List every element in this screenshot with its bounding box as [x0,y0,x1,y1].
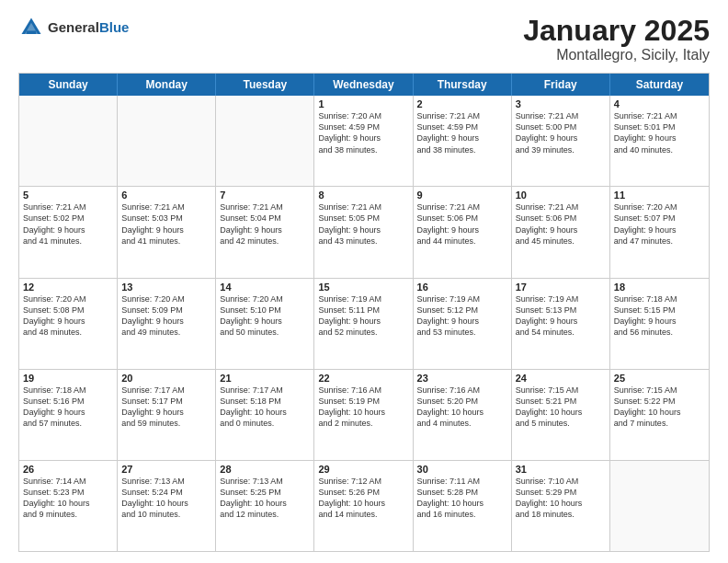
day-info: Sunrise: 7:16 AM Sunset: 5:20 PM Dayligh… [417,385,507,430]
day-number: 15 [318,282,408,293]
logo-icon [18,15,44,40]
day-cell [216,96,314,186]
calendar-body: 1Sunrise: 7:20 AM Sunset: 4:59 PM Daylig… [19,96,709,551]
day-cell: 7Sunrise: 7:21 AM Sunset: 5:04 PM Daylig… [216,187,314,277]
day-cell: 6Sunrise: 7:21 AM Sunset: 5:03 PM Daylig… [118,187,216,277]
day-info: Sunrise: 7:16 AM Sunset: 5:19 PM Dayligh… [318,385,408,430]
day-number: 10 [516,190,606,201]
day-headers: SundayMondayTuesdayWednesdayThursdayFrid… [19,74,709,96]
day-number: 6 [121,190,211,201]
day-number: 16 [417,282,507,293]
day-header-thursday: Thursday [414,74,512,96]
day-cell: 2Sunrise: 7:21 AM Sunset: 4:59 PM Daylig… [414,96,512,186]
day-info: Sunrise: 7:15 AM Sunset: 5:22 PM Dayligh… [614,385,705,430]
day-cell [610,461,709,551]
day-number: 12 [23,282,113,293]
day-info: Sunrise: 7:10 AM Sunset: 5:29 PM Dayligh… [516,476,606,521]
day-cell: 21Sunrise: 7:17 AM Sunset: 5:18 PM Dayli… [216,370,314,460]
day-cell: 19Sunrise: 7:18 AM Sunset: 5:16 PM Dayli… [19,370,118,460]
day-cell [19,96,118,186]
day-number: 9 [417,190,507,201]
calendar: SundayMondayTuesdayWednesdayThursdayFrid… [18,73,710,552]
day-number: 14 [220,282,310,293]
day-number: 29 [318,464,408,475]
day-cell: 4Sunrise: 7:21 AM Sunset: 5:01 PM Daylig… [610,96,709,186]
day-number: 13 [121,282,211,293]
week-row-3: 12Sunrise: 7:20 AM Sunset: 5:08 PM Dayli… [19,279,709,370]
day-number: 2 [417,98,507,109]
day-number: 7 [220,190,310,201]
day-cell: 12Sunrise: 7:20 AM Sunset: 5:08 PM Dayli… [19,279,118,369]
day-cell: 8Sunrise: 7:21 AM Sunset: 5:05 PM Daylig… [314,187,413,277]
day-cell: 13Sunrise: 7:20 AM Sunset: 5:09 PM Dayli… [118,279,216,369]
day-info: Sunrise: 7:18 AM Sunset: 5:15 PM Dayligh… [614,293,705,339]
day-info: Sunrise: 7:20 AM Sunset: 5:07 PM Dayligh… [614,201,705,247]
day-cell: 22Sunrise: 7:16 AM Sunset: 5:19 PM Dayli… [314,370,413,460]
day-number: 31 [516,464,606,475]
day-number: 20 [121,373,211,384]
day-info: Sunrise: 7:17 AM Sunset: 5:17 PM Dayligh… [121,385,211,430]
day-header-friday: Friday [512,74,610,96]
day-number: 27 [121,464,211,475]
day-header-monday: Monday [118,74,216,96]
week-row-4: 19Sunrise: 7:18 AM Sunset: 5:16 PM Dayli… [19,370,709,461]
day-info: Sunrise: 7:18 AM Sunset: 5:16 PM Dayligh… [23,385,113,430]
day-info: Sunrise: 7:19 AM Sunset: 5:12 PM Dayligh… [417,293,507,339]
day-cell: 15Sunrise: 7:19 AM Sunset: 5:11 PM Dayli… [314,279,413,369]
day-number: 23 [417,373,507,384]
day-info: Sunrise: 7:20 AM Sunset: 5:08 PM Dayligh… [23,293,113,339]
day-info: Sunrise: 7:13 AM Sunset: 5:25 PM Dayligh… [220,476,310,521]
day-info: Sunrise: 7:21 AM Sunset: 5:03 PM Dayligh… [121,201,211,247]
day-cell: 5Sunrise: 7:21 AM Sunset: 5:02 PM Daylig… [19,187,118,277]
day-cell: 3Sunrise: 7:21 AM Sunset: 5:00 PM Daylig… [512,96,610,186]
day-header-tuesday: Tuesday [216,74,314,96]
day-header-sunday: Sunday [19,74,118,96]
day-info: Sunrise: 7:15 AM Sunset: 5:21 PM Dayligh… [516,385,606,430]
svg-rect-2 [27,31,37,35]
day-cell: 29Sunrise: 7:12 AM Sunset: 5:26 PM Dayli… [314,461,413,551]
day-info: Sunrise: 7:19 AM Sunset: 5:11 PM Dayligh… [318,293,408,339]
day-cell: 9Sunrise: 7:21 AM Sunset: 5:06 PM Daylig… [414,187,512,277]
day-number: 8 [318,190,408,201]
day-number: 22 [318,373,408,384]
day-cell: 24Sunrise: 7:15 AM Sunset: 5:21 PM Dayli… [512,370,610,460]
day-info: Sunrise: 7:17 AM Sunset: 5:18 PM Dayligh… [220,385,310,430]
day-number: 5 [23,190,113,201]
day-info: Sunrise: 7:19 AM Sunset: 5:13 PM Dayligh… [516,293,606,339]
day-cell: 17Sunrise: 7:19 AM Sunset: 5:13 PM Dayli… [512,279,610,369]
day-number: 11 [614,190,705,201]
day-cell: 10Sunrise: 7:21 AM Sunset: 5:06 PM Dayli… [512,187,610,277]
day-number: 25 [614,373,705,384]
day-cell: 30Sunrise: 7:11 AM Sunset: 5:28 PM Dayli… [414,461,512,551]
day-cell: 25Sunrise: 7:15 AM Sunset: 5:22 PM Dayli… [610,370,709,460]
day-info: Sunrise: 7:21 AM Sunset: 4:59 PM Dayligh… [417,110,507,155]
logo: GeneralBlue [18,15,129,40]
week-row-2: 5Sunrise: 7:21 AM Sunset: 5:02 PM Daylig… [19,187,709,278]
day-number: 28 [220,464,310,475]
day-cell [118,96,216,186]
day-number: 1 [318,98,408,109]
day-number: 19 [23,373,113,384]
header: GeneralBlue January 2025 Montallegro, Si… [18,15,710,63]
day-cell: 20Sunrise: 7:17 AM Sunset: 5:17 PM Dayli… [118,370,216,460]
day-info: Sunrise: 7:21 AM Sunset: 5:01 PM Dayligh… [614,110,705,155]
day-info: Sunrise: 7:12 AM Sunset: 5:26 PM Dayligh… [318,476,408,521]
day-number: 18 [614,282,705,293]
day-info: Sunrise: 7:13 AM Sunset: 5:24 PM Dayligh… [121,476,211,521]
day-number: 4 [614,98,705,109]
day-info: Sunrise: 7:20 AM Sunset: 5:10 PM Dayligh… [220,293,310,339]
day-cell: 23Sunrise: 7:16 AM Sunset: 5:20 PM Dayli… [414,370,512,460]
week-row-1: 1Sunrise: 7:20 AM Sunset: 4:59 PM Daylig… [19,96,709,187]
day-info: Sunrise: 7:21 AM Sunset: 5:06 PM Dayligh… [516,201,606,247]
day-info: Sunrise: 7:21 AM Sunset: 5:04 PM Dayligh… [220,201,310,247]
day-number: 21 [220,373,310,384]
day-number: 30 [417,464,507,475]
day-number: 17 [516,282,606,293]
month-title: January 2025 [523,15,710,47]
day-header-saturday: Saturday [610,74,709,96]
day-number: 26 [23,464,113,475]
location-title: Montallegro, Sicily, Italy [523,47,710,63]
day-info: Sunrise: 7:20 AM Sunset: 4:59 PM Dayligh… [318,110,408,155]
day-info: Sunrise: 7:14 AM Sunset: 5:23 PM Dayligh… [23,476,113,521]
day-info: Sunrise: 7:21 AM Sunset: 5:06 PM Dayligh… [417,201,507,247]
